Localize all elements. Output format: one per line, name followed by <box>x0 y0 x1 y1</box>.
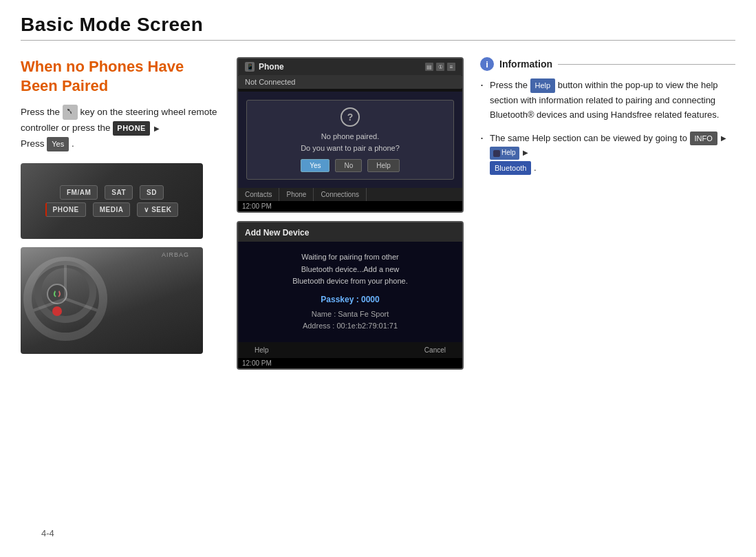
yes-button-badge: Yes <box>47 137 69 151</box>
pair-phone-dialog: ? No phone paired. Do you want to pair a… <box>246 100 454 180</box>
info-list: Press the Help button within the pop-up … <box>480 78 735 175</box>
info-icon: i <box>480 57 494 71</box>
info-bullet-1: Press the Help button within the pop-up … <box>480 78 735 123</box>
dialog-yes-button[interactable]: Yes <box>301 159 330 172</box>
page-number: 4-4 <box>41 528 54 538</box>
sd-button: SD <box>140 185 164 200</box>
media-button: MEDIA <box>93 202 131 217</box>
svg-rect-5 <box>493 150 500 157</box>
bluetooth-badge: Bluetooth <box>490 161 531 175</box>
dialog-help-button[interactable]: Help <box>367 159 400 172</box>
seek-button: ∨ SEEK <box>137 202 178 217</box>
not-connected-badge: Not Connected <box>238 75 462 89</box>
screen-add-device: Add New Device Waiting for pairing from … <box>237 221 464 370</box>
fm-am-button: FM/AM <box>60 185 98 200</box>
info-header: i Information <box>480 57 735 71</box>
info-badge: INFO <box>690 132 717 145</box>
help-badge-1: Help <box>530 78 556 92</box>
main-layout: When no Phones Have Been Paired Press th… <box>21 57 735 370</box>
waiting-text: Waiting for pairing from other Bluetooth… <box>246 251 454 288</box>
arrow-1-icon: ▶ <box>721 133 726 145</box>
screen1-header-icons: ▤ ① ≡ <box>425 63 455 71</box>
screen-not-connected: 📱 Phone ▤ ① ≡ Not Connected ? No ph <box>237 57 464 213</box>
device-info: Name : Santa Fe Sport Address : 00:1e:b2… <box>246 308 454 333</box>
help-badge-2: Help <box>490 147 519 160</box>
panel-row-1: FM/AM SAT SD <box>60 185 164 200</box>
dialog-no-button[interactable]: No <box>335 159 362 172</box>
screen2-title: Add New Device <box>245 228 309 238</box>
phone-key-icon <box>63 105 78 120</box>
screen1-header: 📱 Phone ▤ ① ≡ <box>238 59 462 75</box>
dialog-question-icon: ? <box>341 107 360 127</box>
sat-button: SAT <box>105 185 133 200</box>
arrow-2-icon: ▶ <box>523 147 528 159</box>
tab-phone[interactable]: Phone <box>279 188 314 201</box>
screen1-timestamp: 12:00 PM <box>238 201 462 211</box>
dialog-text: No phone paired. Do you want to pair a p… <box>255 131 445 154</box>
section-heading: When no Phones Have Been Paired <box>21 57 220 95</box>
header-icon-2: ① <box>436 63 444 71</box>
panel-row-2: PHONE MEDIA ∨ SEEK <box>45 202 179 217</box>
arrow-right-icon: ▶ <box>154 123 160 134</box>
passkey-text: Passkey : 0000 <box>246 295 454 304</box>
screen2-body: Waiting for pairing from other Bluetooth… <box>238 242 462 342</box>
right-column: i Information Press the Help button with… <box>480 57 735 183</box>
header-icon-bars: ≡ <box>447 63 455 71</box>
body-paragraph: Press the key on the steering wheel remo… <box>21 105 220 152</box>
svg-rect-0 <box>63 105 78 120</box>
left-column: When no Phones Have Been Paired Press th… <box>21 57 220 354</box>
header-icon-1: ▤ <box>425 63 433 71</box>
tab-connections[interactable]: Connections <box>314 188 367 201</box>
svg-line-4 <box>65 299 103 313</box>
screen2-timestamp: 12:00 PM <box>238 358 462 368</box>
screen1-tabs: Contacts Phone Connections <box>238 188 462 201</box>
tab-contacts[interactable]: Contacts <box>238 188 279 201</box>
info-bullet-2: The same Help section can be viewed by g… <box>480 131 735 176</box>
screen2-header: Add New Device <box>238 222 462 242</box>
screen2-footer: Help Cancel <box>238 342 462 358</box>
info-header-divider <box>558 64 735 65</box>
middle-column: 📱 Phone ▤ ① ≡ Not Connected ? No ph <box>237 57 464 370</box>
info-title: Information <box>499 59 552 70</box>
steering-wheel-image: AIRBAG <box>21 247 203 354</box>
screen1-body: ? No phone paired. Do you want to pair a… <box>238 92 462 188</box>
phone-screen-icon: 📱 <box>245 62 255 72</box>
page-title: Basic Mode Screen <box>21 14 735 36</box>
title-divider <box>21 40 735 41</box>
steering-panel: FM/AM SAT SD PHONE MEDIA ∨ SEEK <box>21 163 203 239</box>
device-address: Address : 00:1e:b2:79:01:71 <box>246 320 454 333</box>
device-name: Name : Santa Fe Sport <box>246 308 454 321</box>
screen2-cancel-button[interactable]: Cancel <box>419 345 451 355</box>
screen1-title: Phone <box>259 62 284 72</box>
phone-button-badge: PHONE <box>113 121 150 136</box>
svg-line-3 <box>28 299 65 313</box>
screen2-help-button[interactable]: Help <box>249 345 274 355</box>
dialog-buttons: Yes No Help <box>255 159 445 172</box>
phone-panel-button: PHONE <box>45 202 86 217</box>
